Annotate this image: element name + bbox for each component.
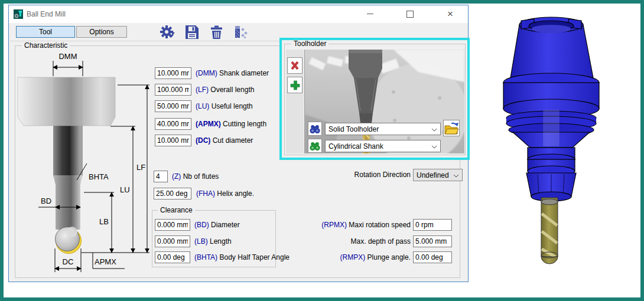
ball-end-mill-dialog: Ball End Mill × Tool Options	[8, 5, 469, 282]
nb-flutes-field[interactable]	[154, 171, 168, 182]
tab-tool[interactable]: Tool	[16, 26, 75, 38]
rotation-direction-label: Rotation Direction	[328, 169, 411, 181]
body-half-taper-angle-field[interactable]	[155, 251, 190, 263]
toolholder-strip-separator	[304, 50, 305, 153]
binoculars-green-icon	[309, 140, 321, 152]
clearance-diameter-field[interactable]	[155, 219, 190, 231]
maximize-button[interactable]	[400, 6, 420, 22]
svg-text:DMM: DMM	[58, 52, 77, 61]
red-x-icon	[290, 60, 300, 71]
shank-diameter-field[interactable]	[155, 67, 191, 79]
tool-preview-icon[interactable]	[232, 24, 248, 40]
cutting-length-field[interactable]	[155, 118, 191, 130]
maxi-rotation-speed-label: (RPMX) Maxi rotation speed	[257, 219, 411, 231]
minimize-icon	[367, 14, 373, 14]
shank-diameter-label: (DMM) Shank diameter	[196, 67, 269, 79]
browse-toolholder-button[interactable]	[443, 120, 460, 136]
close-button[interactable]: ×	[438, 6, 462, 22]
settings-gear-icon[interactable]	[159, 24, 175, 40]
svg-text:APMX: APMX	[95, 257, 116, 266]
toolholder-group-label: Toolholder	[291, 40, 328, 48]
toolholder-type-value: Solid Toolholder	[328, 125, 429, 133]
nb-flutes-label: (Z) Nb of flutes	[172, 171, 219, 182]
binoculars-blue-icon	[309, 123, 321, 135]
toolholder-type-dropdown[interactable]: Solid Toolholder	[325, 123, 441, 135]
find-toolholder-button[interactable]	[308, 122, 322, 136]
tool-3d-preview	[476, 7, 643, 297]
max-depth-of-pass-label: Max. depth of pass	[257, 235, 411, 247]
close-icon: ×	[447, 8, 453, 20]
rotation-direction-value: Undefined	[417, 171, 451, 179]
tab-options[interactable]: Options	[76, 26, 127, 38]
overall-length-label: (LF) Overall length	[196, 84, 254, 96]
screenshot-frame: Ball End Mill × Tool Options	[0, 0, 644, 301]
clearance-diameter-label: (BD) Diameter	[194, 219, 240, 231]
app-icon	[14, 9, 23, 21]
clearance-length-label: (LB) Length	[194, 235, 232, 247]
minimize-button[interactable]	[360, 6, 380, 22]
svg-text:DC: DC	[63, 257, 74, 266]
toolholder-add-button[interactable]	[287, 77, 303, 93]
rotation-direction-dropdown[interactable]: Undefined	[413, 169, 463, 181]
title-bar: Ball End Mill ×	[9, 5, 468, 23]
chevron-down-icon	[431, 125, 437, 133]
max-depth-of-pass-field[interactable]	[413, 235, 452, 247]
overall-length-field[interactable]	[155, 84, 191, 96]
helix-angle-label: (FHA) Helix angle.	[196, 188, 254, 199]
plunge-angle-label: (RMPX) Plunge angle.	[257, 251, 411, 263]
save-icon[interactable]	[184, 24, 200, 40]
chevron-down-icon	[431, 142, 437, 150]
svg-text:LB: LB	[99, 217, 109, 226]
plunge-angle-field[interactable]	[413, 251, 452, 263]
characteristic-group-label: Characteristic	[22, 42, 70, 50]
chevron-down-icon	[453, 171, 459, 179]
green-plus-icon	[290, 80, 301, 91]
svg-text:LF: LF	[136, 163, 145, 172]
svg-text:BHTA: BHTA	[89, 172, 109, 181]
useful-length-field[interactable]	[155, 100, 191, 112]
svg-text:BD: BD	[41, 197, 51, 205]
svg-text:LU: LU	[120, 185, 130, 194]
delete-trash-icon[interactable]	[209, 24, 225, 40]
maximize-icon	[406, 11, 414, 18]
toolholder-photo	[305, 50, 464, 153]
cut-diameter-field[interactable]	[155, 135, 191, 146]
shank-type-dropdown[interactable]: Cylindrical Shank	[325, 140, 441, 152]
tool-dimension-diagram: DMM LF LU LB BD BHTA DC	[16, 51, 160, 277]
toolholder-3d-render	[476, 7, 643, 287]
find-shank-button[interactable]	[308, 139, 322, 153]
clearance-group-label: Clearance	[158, 207, 195, 214]
helix-angle-field[interactable]	[154, 188, 191, 199]
cutting-length-label: (APMX) Cutting length	[196, 118, 266, 130]
open-folder-icon	[444, 122, 458, 135]
cut-diameter-label: (DC) Cut diameter	[196, 135, 253, 146]
clearance-length-field[interactable]	[155, 235, 190, 247]
shank-type-value: Cylindrical Shank	[328, 142, 429, 150]
maxi-rotation-speed-field[interactable]	[413, 219, 452, 231]
toolholder-highlight-box: Toolholder	[279, 38, 470, 160]
window-title: Ball End Mill	[27, 10, 66, 18]
useful-length-label: (LU) Useful length	[196, 100, 253, 112]
toolholder-delete-button[interactable]	[287, 57, 303, 74]
